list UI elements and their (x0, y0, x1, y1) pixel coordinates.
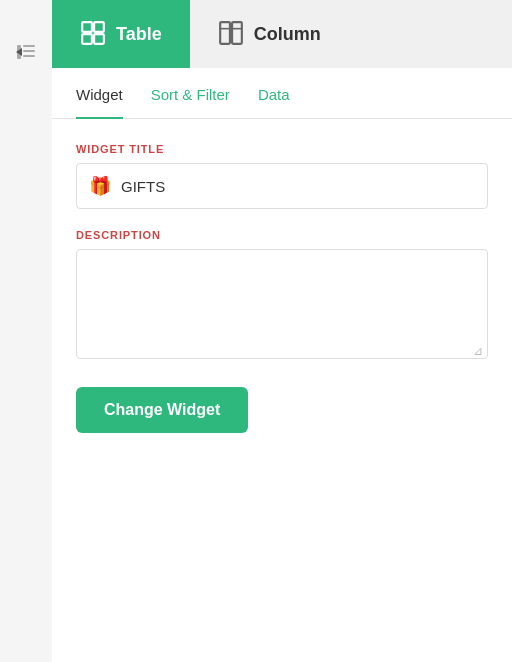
tab-column[interactable]: Column (190, 0, 349, 68)
sub-tab-bar: Widget Sort & Filter Data (52, 68, 512, 119)
description-label: DESCRIPTION (76, 229, 488, 241)
app-container: Table Column Widget (0, 0, 512, 662)
content-area: Widget Sort & Filter Data WIDGET TITLE 🎁 (52, 68, 512, 662)
svg-rect-2 (23, 50, 35, 52)
sub-tab-data[interactable]: Data (258, 86, 290, 119)
table-tab-label: Table (116, 24, 162, 45)
change-widget-button[interactable]: Change Widget (76, 387, 248, 433)
widget-title-label: WIDGET TITLE (76, 143, 488, 155)
svg-rect-6 (94, 22, 104, 32)
sub-tab-sort-filter[interactable]: Sort & Filter (151, 86, 230, 119)
tab-table[interactable]: Table (52, 0, 190, 68)
widget-title-group: WIDGET TITLE 🎁 (76, 143, 488, 209)
resize-handle-icon: ⊿ (473, 344, 483, 354)
svg-rect-7 (82, 34, 92, 44)
svg-rect-8 (94, 34, 104, 44)
svg-rect-3 (23, 55, 35, 57)
svg-rect-9 (220, 22, 230, 44)
tab-bar: Table Column (52, 0, 512, 68)
description-group: DESCRIPTION ⊿ (76, 229, 488, 359)
column-tab-label: Column (254, 24, 321, 45)
description-textarea-wrapper: ⊿ (76, 249, 488, 359)
sidebar-toggle-icon[interactable] (12, 38, 40, 66)
svg-rect-10 (232, 22, 242, 44)
widget-title-input[interactable] (121, 178, 475, 195)
description-textarea[interactable] (77, 250, 487, 358)
column-tab-icon (218, 20, 244, 49)
main-panel: Table Column Widget (52, 0, 512, 662)
svg-rect-5 (82, 22, 92, 32)
gift-emoji-icon: 🎁 (89, 175, 111, 197)
form-area: WIDGET TITLE 🎁 DESCRIPTION ⊿ Change Widg (52, 119, 512, 662)
sub-tab-widget[interactable]: Widget (76, 86, 123, 119)
sidebar-toggle-area (0, 0, 52, 662)
table-tab-icon (80, 20, 106, 49)
svg-rect-1 (23, 45, 35, 47)
widget-title-input-wrapper[interactable]: 🎁 (76, 163, 488, 209)
